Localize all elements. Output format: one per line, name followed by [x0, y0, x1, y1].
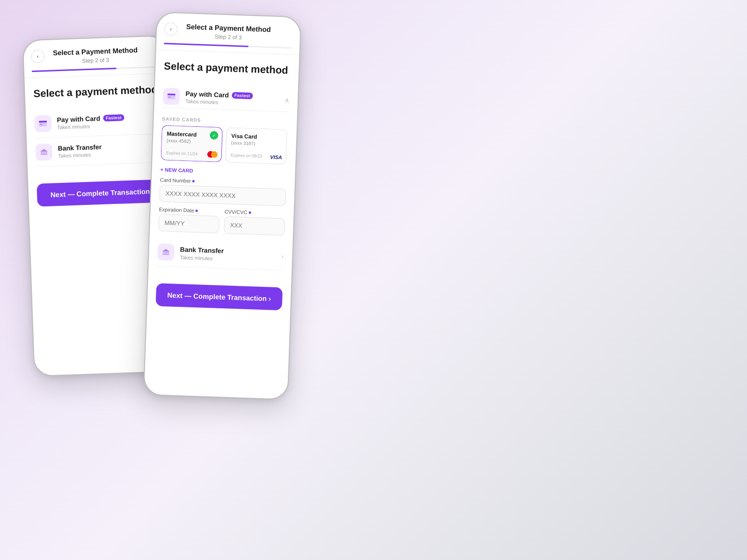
right-fastest-badge: Fastest — [232, 92, 253, 100]
cvv-input[interactable] — [224, 216, 285, 236]
saved-cards-section: SAVED CARDS ✓ Mastercard (xxxx 4562) Exp… — [158, 108, 289, 240]
left-bank-icon — [35, 144, 52, 161]
svg-rect-14 — [163, 252, 164, 254]
right-card-svg-icon — [167, 92, 176, 102]
left-phone-header: ‹ Select a Payment Method Step 2 of 3 — [23, 36, 168, 78]
left-bank-name: Bank Transfer — [58, 143, 102, 152]
left-next-label: Next — Complete Transaction — [51, 187, 150, 198]
right-section-title: Select a payment method — [164, 59, 291, 77]
visa-card[interactable]: Visa Card (xxxx 3187) Expires on 08/23 V… — [225, 127, 287, 164]
left-bank-transfer-row[interactable]: Bank Transfer Takes minutes › — [35, 134, 162, 167]
cvv-label: CVV/CVC — [224, 209, 285, 217]
visa-logo: VISA — [270, 154, 282, 160]
right-progress-bar — [164, 43, 292, 49]
right-bank-svg-icon — [161, 247, 171, 257]
right-phone-header: ‹ Select a Payment Method Step 2 of 3 — [156, 13, 301, 55]
right-next-label: Next — Complete Transaction › — [167, 291, 271, 303]
right-pay-with-card-row[interactable]: Pay with Card Fastest Takes minutes ∧ — [162, 82, 290, 112]
right-bank-icon — [157, 243, 175, 261]
card-number-input[interactable] — [159, 184, 286, 206]
cards-scroll: ✓ Mastercard (xxxx 4562) Expires on 11/2… — [161, 125, 288, 164]
right-next-button[interactable]: Next — Complete Transaction › — [155, 283, 283, 310]
cvv-required — [249, 211, 251, 214]
right-bank-chevron: › — [281, 253, 284, 260]
left-bank-info: Bank Transfer Takes minutes — [58, 141, 156, 159]
expiry-input[interactable] — [158, 214, 220, 233]
right-bank-name: Bank Transfer — [180, 246, 224, 255]
mastercard-number: (xxxx 4562) — [167, 138, 217, 145]
left-progress-bar — [32, 66, 160, 72]
svg-marker-9 — [40, 149, 47, 152]
right-bank-desc: Takes minutes — [180, 255, 278, 263]
svg-rect-2 — [40, 124, 42, 125]
left-pay-with-card-row[interactable]: Pay with Card Fastest Takes minutes › — [34, 106, 161, 138]
phone-right: ‹ Select a Payment Method Step 2 of 3 Se… — [143, 12, 301, 400]
right-bank-info: Bank Transfer Takes minutes — [180, 245, 278, 263]
svg-rect-5 — [43, 152, 44, 154]
left-back-icon: ‹ — [37, 53, 39, 59]
mastercard-card[interactable]: ✓ Mastercard (xxxx 4562) Expires on 11/2… — [161, 125, 223, 162]
card-svg-icon — [38, 119, 48, 129]
right-card-icon — [162, 88, 180, 105]
svg-rect-6 — [44, 152, 45, 154]
expiry-cvv-row: Expiration Date CVV/CVC — [158, 206, 286, 240]
svg-rect-1 — [39, 121, 47, 123]
right-card-chevron-up: ∧ — [285, 97, 290, 104]
right-phone-bottom: Next — Complete Transaction › — [147, 283, 291, 320]
expiry-label: Expiration Date — [159, 206, 220, 214]
expiry-required — [196, 210, 198, 212]
svg-rect-7 — [46, 152, 47, 154]
svg-rect-16 — [166, 252, 167, 254]
saved-cards-label: SAVED CARDS — [162, 116, 288, 125]
right-card-name: Pay with Card — [185, 90, 229, 99]
left-card-info: Pay with Card Fastest Takes minutes — [57, 113, 155, 130]
right-progress-fill — [164, 43, 249, 47]
right-bank-transfer-row[interactable]: Bank Transfer Takes minutes › — [157, 238, 284, 270]
svg-marker-19 — [162, 249, 169, 252]
expiry-col: Expiration Date — [158, 206, 220, 238]
svg-rect-15 — [165, 252, 166, 254]
left-next-button[interactable]: Next — Complete Transaction — [37, 179, 164, 206]
right-card-info: Pay with Card Fastest Takes minutes — [185, 90, 281, 107]
new-card-label: + NEW CARD — [160, 167, 286, 176]
visa-name: Visa Card — [231, 133, 282, 141]
svg-rect-12 — [168, 97, 170, 98]
cvv-col: CVV/CVC — [224, 209, 286, 240]
left-phone-body: Select a payment method Pay with Card Fa… — [24, 73, 171, 176]
visa-number: (xxxx 3187) — [231, 140, 282, 147]
left-progress-fill — [32, 67, 117, 72]
left-card-name: Pay with Card — [57, 115, 100, 124]
right-back-icon: ‹ — [170, 26, 172, 32]
mastercard-logo — [207, 151, 218, 158]
left-fastest-badge: Fastest — [103, 114, 124, 122]
svg-rect-17 — [168, 252, 168, 254]
card-number-required — [192, 180, 195, 182]
right-phone-body: Select a payment method Pay with Card Fa… — [148, 50, 300, 280]
bank-svg-icon — [39, 147, 49, 157]
left-section-title: Select a payment method — [33, 83, 160, 101]
svg-rect-11 — [168, 94, 176, 95]
svg-rect-4 — [41, 152, 42, 154]
mastercard-circle2 — [211, 151, 218, 158]
left-card-icon — [34, 115, 51, 132]
